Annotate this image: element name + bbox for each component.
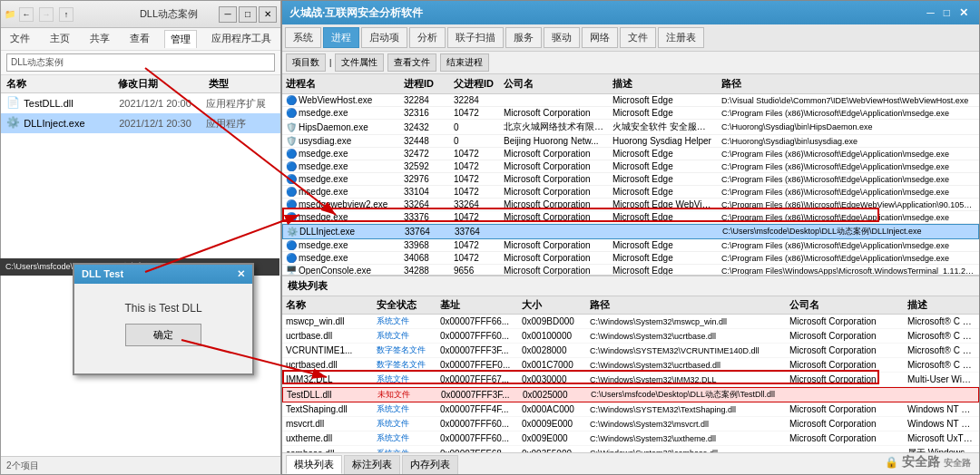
analysis-minimize[interactable]: ─ [923, 6, 938, 19]
attr-btn[interactable]: 文件属性 [335, 53, 384, 72]
table-row[interactable]: 🔵 msedge.exe 33968 10472 Microsoft Corpo… [282, 239, 979, 252]
toolbar-driver[interactable]: 驱动 [544, 27, 580, 48]
mh-security: 安全状态 [373, 298, 436, 312]
file-type-0: 应用程序扩展 [206, 97, 275, 111]
process-pid: 34288 [400, 266, 450, 276]
process-name: usysdiag.exe [299, 136, 351, 146]
process-pid: 32284 [400, 95, 450, 105]
module-security: 未知文件 [374, 389, 437, 401]
end-btn[interactable]: 结束进程 [440, 53, 489, 72]
table-row[interactable]: msvcrt.dll 系统文件 0x00007FFF60... 0x0009E0… [282, 417, 979, 431]
module-base: 0x00007FFEF0... [436, 360, 518, 370]
module-base: 0x00007FFF4F... [436, 404, 518, 414]
toolbar-network[interactable]: 网络 [582, 27, 618, 48]
tab-apptools[interactable]: 应用程序工具 [206, 30, 277, 48]
toolbar-startup[interactable]: 启动项 [361, 27, 407, 48]
list-item[interactable]: 📄 TestDLL.dll 2021/12/1 20:00 应用程序扩展 [1, 93, 280, 113]
table-row[interactable]: ucrtbase.dll 系统文件 0x00007FFF60... 0x0010… [282, 329, 979, 344]
verify-btn[interactable]: 查看文件 [387, 53, 436, 72]
table-row[interactable]: combase.dll 系统文件 0x00007FFF68... 0x00355… [282, 446, 979, 452]
module-desc: Microsoft® C Runtime Library [904, 360, 979, 370]
process-pid: 33968 [400, 240, 450, 250]
module-company: Microsoft Corporation [786, 360, 904, 370]
table-row[interactable]: VCRUNTIME1... 数字签名文件 0x00007FFF3F... 0x0… [282, 344, 979, 358]
bottom-tab-annotations[interactable]: 标注列表 [344, 455, 400, 474]
table-row[interactable]: IMM32.DLL 系统文件 0x00007FFF67... 0x0030000… [282, 373, 979, 387]
analysis-maximize[interactable]: □ [940, 6, 954, 19]
process-ppid: 10472 [450, 149, 500, 159]
table-row[interactable]: mswcp_win.dll 系统文件 0x00007FFF66... 0x009… [282, 315, 979, 329]
up-btn[interactable]: ↑ [59, 7, 74, 22]
table-row[interactable]: 🔵 msedge.exe 32472 10472 Microsoft Corpo… [282, 148, 979, 160]
process-desc: Microsoft Edge [609, 212, 718, 222]
maximize-btn[interactable]: □ [239, 6, 257, 23]
module-size: 0x001C7000 [518, 360, 586, 370]
process-icon: 🔵 [286, 199, 297, 209]
module-size: 0x0025000 [519, 390, 587, 400]
table-row[interactable]: 🔵 msedge.exe 32316 10472 Microsoft Corpo… [282, 107, 979, 120]
address-bar[interactable] [6, 53, 275, 72]
col-header-name: 名称 [1, 77, 118, 91]
bottom-tab-modules[interactable]: 模块列表 [286, 455, 342, 474]
dll-dialog-ok-btn[interactable]: 确定 [125, 324, 201, 346]
module-company: Microsoft Corporation [786, 331, 904, 341]
tab-home[interactable]: 主页 [44, 30, 75, 48]
col-header-filter[interactable]: 项目数 [286, 53, 326, 72]
module-desc: Windows NT CRT DLL [904, 404, 979, 414]
toolbar-file[interactable]: 文件 [620, 27, 656, 48]
explorer-title: DLL动态案例 [119, 7, 219, 21]
table-row[interactable]: 🛡️ HipsDaemon.exe 32432 0 北京火城网络技术有限公司 火… [282, 120, 979, 135]
process-desc: Microsoft Edge [609, 253, 718, 263]
minimize-btn[interactable]: ─ [219, 6, 237, 23]
ph-desc: 描述 [609, 77, 718, 91]
tab-view[interactable]: 查看 [124, 30, 155, 48]
close-btn[interactable]: ✕ [259, 6, 277, 23]
ph-ppid: 父进程ID [450, 77, 500, 91]
process-name: msedge.exe [299, 174, 348, 184]
table-row[interactable]: 🔵 msedge.exe 32976 10472 Microsoft Corpo… [282, 173, 979, 186]
table-row[interactable]: TestDLL.dll 未知文件 0x00007FFF3F... 0x00250… [282, 387, 979, 402]
status-text: 2个项目 [6, 460, 39, 472]
table-row[interactable]: 🔵 msedge.exe 32592 10472 Microsoft Corpo… [282, 160, 979, 173]
process-name: OpenConsole.exe [299, 266, 371, 276]
col-header-date: 修改日期 [118, 77, 208, 91]
table-row[interactable]: TextShaping.dll 系统文件 0x00007FFF4F... 0x0… [282, 402, 979, 417]
process-icon: 🔵 [286, 187, 297, 197]
list-item[interactable]: ⚙️ DLLInject.exe 2021/12/1 20:30 应用程序 [1, 113, 280, 133]
process-ppid: 10472 [450, 161, 500, 171]
module-size: 0x000AC000 [518, 404, 586, 414]
toolbar-system[interactable]: 系统 [285, 27, 321, 48]
table-row[interactable]: 🖥️ OpenConsole.exe 34288 9656 Microsoft … [282, 265, 979, 276]
toolbar-registry[interactable]: 注册表 [658, 27, 704, 48]
table-row[interactable]: ⚙️ DLLInject.exe 33764 33764 C:\Users\ms… [282, 224, 979, 239]
analysis-close[interactable]: ✕ [956, 6, 972, 19]
toolbar-scan[interactable]: 联子扫描 [447, 27, 504, 48]
process-path: C:\Program Files (x86)\Microsoft\Edge\Ap… [718, 150, 979, 159]
file-date-0: 2021/12/1 20:00 [119, 98, 205, 109]
tab-manage[interactable]: 管理 [164, 30, 197, 48]
process-desc: Microsoft Edge [609, 95, 718, 105]
bottom-tab-memory[interactable]: 内存列表 [402, 455, 458, 474]
process-desc: Microsoft Edge [609, 266, 718, 276]
table-row[interactable]: uxtheme.dll 系统文件 0x00007FFF60... 0x009E0… [282, 431, 979, 446]
tab-file[interactable]: 文件 [5, 30, 35, 48]
process-path: C:\Program Files (x86)\Microsoft\Edge\Ap… [718, 175, 979, 184]
toolbar-service[interactable]: 服务 [505, 27, 542, 48]
toolbar-analysis[interactable]: 分析 [409, 27, 446, 48]
tab-share[interactable]: 共享 [84, 30, 115, 48]
module-desc: Microsoft® C Runtime Library [904, 316, 979, 326]
table-row[interactable]: ucrtbased.dll 数字签名文件 0x00007FFEF0... 0x0… [282, 358, 979, 373]
table-row[interactable]: 🛡️ usysdiag.exe 32448 0 Beijing Huorong … [282, 135, 979, 148]
table-row[interactable]: 🔵 msedge.exe 34068 10472 Microsoft Corpo… [282, 252, 979, 265]
toolbar-process[interactable]: 进程 [323, 27, 359, 48]
analysis-toolbar: 系统 进程 启动项 分析 联子扫描 服务 驱动 网络 文件 注册表 [282, 24, 979, 52]
forward-btn[interactable]: → [39, 7, 54, 22]
table-row[interactable]: 🔵 msedge.exe 33104 10472 Microsoft Corpo… [282, 186, 979, 199]
table-row[interactable]: 🔵 WebViewHost.exe 32284 32284 Microsoft … [282, 94, 979, 107]
table-row[interactable]: 🔵 msedgewebview2.exe 33264 33264 Microso… [282, 199, 979, 211]
mh-base: 基址 [436, 298, 518, 312]
dll-dialog-close[interactable]: ✕ [237, 268, 245, 280]
module-company: Microsoft Corporation [786, 404, 904, 414]
back-btn[interactable]: ← [19, 7, 34, 22]
table-row[interactable]: 🔵 msedge.exe 33376 10472 Microsoft Corpo… [282, 211, 979, 224]
